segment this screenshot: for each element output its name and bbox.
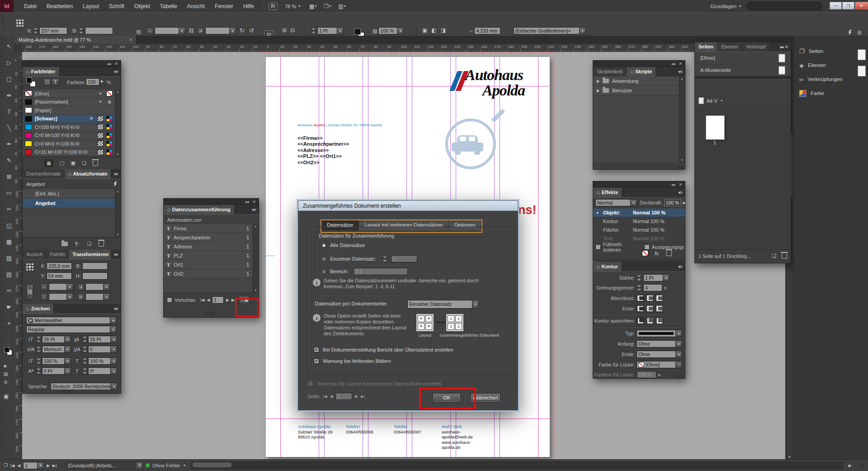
dock-item-seiten[interactable]: ❐Seiten: [794, 45, 862, 57]
merge-field-row[interactable]: TFirma1: [164, 224, 252, 233]
cap-button-3[interactable]: [656, 295, 663, 302]
zeichen-leading-combo[interactable]: 26 Pt▼: [88, 336, 117, 343]
rotate-angle-combo[interactable]: ▼: [205, 27, 236, 34]
ok-button[interactable]: OK: [433, 393, 461, 402]
previous-page-button[interactable]: ◀: [17, 463, 20, 468]
isolate-blending-checkbox[interactable]: [595, 244, 601, 250]
first-page-icon[interactable]: |◀: [323, 394, 327, 399]
merge-placeholder-block[interactable]: <<Firma>><<Ansprechpartner>><<Adresse>><…: [297, 135, 349, 166]
single-record-field[interactable]: 1: [391, 255, 417, 262]
zeichen-baseline-shift-combo[interactable]: 0 Pt▼: [42, 367, 71, 375]
stroke-end-combo[interactable]: Ohne▼: [637, 351, 682, 358]
menu-ansicht[interactable]: Ansicht: [182, 0, 210, 12]
x-field[interactable]: 237 mm: [39, 27, 67, 34]
swatch-row[interactable]: [Schwarz]✕: [23, 115, 115, 124]
page-tool[interactable]: ▢: [3, 74, 15, 85]
master-page-row[interactable]: A-Musterseite: [695, 64, 791, 76]
document-tab[interactable]: Mailing-Autobranche.indd @ 77 % ✕: [15, 36, 137, 44]
apply-color-button[interactable]: ■: [4, 363, 6, 368]
ty-field[interactable]: 54 mm: [47, 272, 72, 280]
opacity-slider-icon[interactable]: ▶: [683, 201, 686, 205]
new-spread-button[interactable]: ❏: [772, 253, 776, 259]
stroke-weight-combo[interactable]: 1 Pt▼: [317, 27, 344, 34]
reference-point-proxy[interactable]: [16, 19, 24, 27]
gradient-tool[interactable]: ▦: [3, 237, 15, 247]
formatting-text-button[interactable]: T: [52, 78, 59, 86]
gap-color-combo[interactable]: [Ohne]▼: [637, 361, 682, 368]
zeichen-horizontal-scale-combo[interactable]: 100 %▼: [88, 357, 117, 365]
radio-range[interactable]: [321, 269, 326, 274]
zoom-level[interactable]: 78 %▼: [285, 4, 301, 9]
tab-kontur[interactable]: ◇Kontur: [593, 262, 622, 271]
swatch-row[interactable]: C=0 M=100 Y=0 K=0: [23, 132, 115, 140]
rectangle-tool[interactable]: ▭: [3, 188, 15, 199]
trotate-combo[interactable]: ▼: [85, 283, 110, 290]
delete-swatch-button[interactable]: [93, 161, 98, 166]
zeichen-horizontal-scale-stepper[interactable]: ▲▼: [82, 357, 87, 365]
rotate-cw-icon[interactable]: ↻: [240, 27, 245, 34]
page-thumbnail[interactable]: [706, 115, 725, 140]
tab-seiten[interactable]: Seiten: [695, 42, 717, 52]
effects-row[interactable]: ▼Objekt:Normal 100 %: [593, 209, 685, 217]
stroke-miter-field[interactable]: 4: [643, 284, 662, 291]
window-resize-grip[interactable]: ||||: [859, 464, 864, 467]
effects-row[interactable]: ▼Fläche:Normal 100 %: [593, 226, 685, 234]
swatch-view-list-button[interactable]: ▢: [60, 160, 64, 166]
merge-field-placeholder[interactable]: <<Adresse>>: [297, 147, 349, 153]
fx-button[interactable]: fx.: [655, 251, 660, 256]
merge-field-placeholder[interactable]: <<Ort2>>: [297, 160, 349, 166]
master-page-row[interactable]: [Ohne]: [695, 52, 791, 64]
menu-objekt[interactable]: Objekt: [129, 0, 155, 12]
script-folder-row[interactable]: ▶Benutzer: [593, 86, 679, 95]
direct-selection-tool[interactable]: ▷: [3, 57, 15, 68]
zoom-tool[interactable]: ⌖: [3, 318, 15, 329]
tscale-y-combo[interactable]: ▼: [49, 293, 73, 300]
type-tool[interactable]: T: [3, 106, 15, 117]
collapse-icon[interactable]: ◂◂: [671, 182, 675, 187]
stroke-weight-stepper[interactable]: ▲▼: [311, 27, 316, 34]
page-number-combo[interactable]: 1▼: [23, 462, 44, 469]
panel-resize-grip[interactable]: ||||: [678, 166, 683, 168]
wrap-bounding-icon[interactable]: ◧: [431, 27, 436, 33]
previous-page-icon[interactable]: ◀: [330, 394, 333, 399]
tab-effekte[interactable]: ◇Effekte: [593, 188, 622, 197]
join-button-2[interactable]: [646, 305, 654, 312]
radio-single-record[interactable]: [321, 257, 326, 262]
create-merged-document-button[interactable]: →▦: [239, 296, 250, 304]
tab-absatzformate[interactable]: ◇Absatzformate: [65, 169, 111, 179]
constrain-link-button[interactable]: ⛓: [26, 284, 33, 300]
panel-menu-icon[interactable]: ▾≡: [249, 207, 259, 212]
tab-verknuepfungen[interactable]: Verknüpf: [742, 42, 769, 52]
first-record-icon[interactable]: |◀: [200, 298, 204, 302]
paragraph-style-row[interactable]: Angebot: [23, 199, 115, 208]
cap-button-1[interactable]: [637, 295, 644, 302]
pages-splitter[interactable]: [695, 76, 791, 80]
close-icon[interactable]: ✕: [679, 182, 682, 187]
tshear-combo[interactable]: ▼: [85, 293, 110, 300]
th-field[interactable]: [82, 272, 108, 280]
maximize-button[interactable]: ❐: [842, 2, 854, 10]
new-style-button[interactable]: ❏: [87, 241, 91, 247]
blend-mode-combo[interactable]: Normal▼: [595, 199, 637, 206]
zeichen-tracking-stepper[interactable]: ▲▼: [82, 346, 87, 353]
menu-fenster[interactable]: Fenster: [210, 0, 238, 12]
panel-menu-icon[interactable]: ▾≡: [111, 306, 121, 311]
scripts-scrollbar[interactable]: ▲▼: [679, 76, 684, 162]
zeichen-leading-stepper[interactable]: ▲▼: [82, 336, 87, 343]
cancel-button[interactable]: Abbrechen: [471, 393, 500, 402]
align-stroke-button-3[interactable]: [656, 317, 663, 324]
formatting-container-button[interactable]: ▢: [43, 78, 51, 86]
panel-menu-icon[interactable]: ▾≡: [111, 69, 121, 74]
swatch-row[interactable]: C=0 M=0 Y=100 K=0: [23, 140, 115, 148]
gap-tint-field[interactable]: 100 %: [637, 371, 656, 378]
last-page-icon[interactable]: ▶|: [361, 394, 365, 399]
next-page-button[interactable]: ▶: [47, 463, 50, 468]
tab-transformieren[interactable]: Transformieren: [69, 250, 111, 259]
dialog-title-bar[interactable]: Zusammengeführtes Dokument erstellen: [298, 201, 518, 211]
menu-hilfe[interactable]: Hilfe: [238, 0, 259, 12]
close-icon[interactable]: ✕: [679, 62, 682, 66]
merge-field-row[interactable]: TOrt21: [164, 269, 252, 278]
delete-style-button[interactable]: [99, 241, 104, 247]
preflight-profile-combo[interactable]: [Grundprofil] (Arbeits...▼: [66, 462, 143, 469]
menu-bearbeiten[interactable]: Bearbeiten: [42, 0, 78, 12]
